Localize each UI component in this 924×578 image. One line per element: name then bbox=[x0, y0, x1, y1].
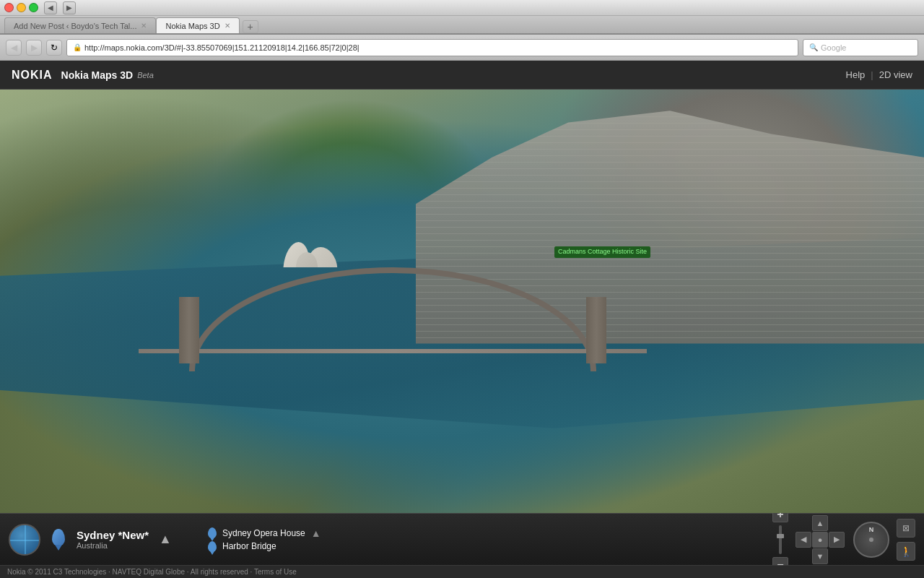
globe-line2 bbox=[25, 525, 26, 554]
browser-titlebar: ◀ ▶ bbox=[0, 0, 924, 16]
place-expand-opera: ▲ bbox=[311, 527, 321, 539]
address-lock-icon: 🔒 bbox=[73, 43, 82, 51]
location-pin bbox=[52, 529, 65, 546]
place-harbor-bridge[interactable]: Harbor Bridge bbox=[208, 541, 321, 552]
view-2d-link[interactable]: 2D view bbox=[879, 69, 912, 80]
new-tab-button[interactable]: + bbox=[243, 20, 258, 33]
nav-cell-bottomright bbox=[829, 548, 845, 564]
nav-center-button[interactable]: ● bbox=[812, 532, 828, 548]
browser-tabs: Add New Post ‹ Boydo's Tech Tal... ✕ Nok… bbox=[0, 16, 924, 35]
header-separator: | bbox=[871, 69, 873, 80]
nokia-logo: NOKIA bbox=[12, 69, 53, 82]
copyright-text: Nokia © 2011 C3 Technologies · NAVTEQ Di… bbox=[7, 568, 297, 576]
tab-boydo-label: Add New Post ‹ Boydo's Tech Tal... bbox=[14, 22, 136, 30]
tab-boydo-close[interactable]: ✕ bbox=[141, 22, 147, 30]
bridge-deck bbox=[139, 349, 647, 353]
location-country: Australia bbox=[77, 541, 149, 550]
place-name-bridge: Harbor Bridge bbox=[222, 541, 276, 551]
location-pin-icon bbox=[52, 529, 69, 551]
compass-controls: N bbox=[853, 522, 889, 558]
nokia-header-right: Help | 2D view bbox=[846, 69, 912, 80]
nav-back-arrow[interactable]: ◀ bbox=[6, 40, 22, 56]
nav-forward-arrow[interactable]: ▶ bbox=[26, 40, 42, 56]
reload-button[interactable]: ↻ bbox=[46, 40, 62, 56]
location-city: Sydney *New* bbox=[77, 529, 149, 541]
bridge-arch bbox=[189, 267, 596, 371]
back-button[interactable]: ◀ bbox=[44, 1, 57, 14]
map-viewport[interactable]: Cadmans Cottage Historic Site bbox=[0, 90, 924, 513]
place-opera-house[interactable]: Sydney Opera House ▲ bbox=[208, 527, 321, 539]
person-view-control[interactable]: 🚶 bbox=[897, 542, 915, 561]
address-bar[interactable]: 🔒 http://maps.nokia.com/3D/#|-33.8550706… bbox=[66, 39, 798, 56]
maximize-button[interactable] bbox=[29, 3, 38, 12]
nav-up-button[interactable]: ▲ bbox=[812, 515, 828, 531]
compass-center bbox=[869, 538, 873, 542]
opera-house bbox=[277, 242, 351, 267]
nokia-header: NOKIA Nokia Maps 3D Beta Help | 2D view bbox=[0, 61, 924, 90]
tab-nokia-maps-label: Nokia Maps 3D bbox=[165, 22, 219, 30]
help-link[interactable]: Help bbox=[846, 69, 866, 80]
nav-cell-topright bbox=[829, 515, 845, 531]
nav-right-button[interactable]: ▶ bbox=[829, 532, 845, 548]
tab-nokia-close[interactable]: ✕ bbox=[225, 22, 230, 30]
location-expand-icon[interactable]: ▲ bbox=[159, 532, 172, 547]
place-name-opera: Sydney Opera House bbox=[222, 528, 305, 538]
view-controls: ⊠ 🚶 bbox=[897, 519, 915, 561]
search-placeholder: Google bbox=[821, 43, 846, 52]
browser-toolbar: ◀ ▶ ↻ 🔒 http://maps.nokia.com/3D/#|-33.8… bbox=[0, 35, 924, 61]
nav-down-button[interactable]: ▼ bbox=[812, 548, 828, 564]
browser-frame: ◀ ▶ Add New Post ‹ Boydo's Tech Tal... ✕… bbox=[0, 0, 924, 578]
zoom-track bbox=[779, 525, 782, 554]
place-list: Sydney Opera House ▲ Harbor Bridge bbox=[208, 527, 321, 552]
bridge-tower-right bbox=[586, 297, 606, 363]
search-bar[interactable]: 🔍 Google bbox=[803, 39, 918, 56]
forward-button[interactable]: ▶ bbox=[63, 1, 76, 14]
compass-north-label: N bbox=[869, 526, 874, 533]
map-scene: Cadmans Cottage Historic Site bbox=[0, 90, 924, 513]
close-button[interactable] bbox=[4, 3, 14, 12]
bridge-tower-left bbox=[179, 297, 199, 363]
url-text: http://maps.nokia.com/3D/#|-33.85507069|… bbox=[84, 43, 359, 52]
zoom-controls: + − bbox=[772, 506, 788, 573]
place-pin-opera bbox=[208, 527, 217, 538]
zoom-thumb[interactable] bbox=[777, 534, 784, 538]
minimize-button[interactable] bbox=[17, 3, 26, 12]
tab-boydo[interactable]: Add New Post ‹ Boydo's Tech Tal... ✕ bbox=[4, 17, 156, 33]
nokia-app-name: Nokia Maps 3D bbox=[61, 69, 134, 81]
location-text: Sydney *New* Australia bbox=[77, 529, 149, 550]
place-pin-bridge bbox=[208, 541, 217, 552]
nav-pad: ▲ ◀ ● ▶ ▼ bbox=[796, 515, 845, 564]
nav-cell-topleft bbox=[796, 515, 811, 531]
tilt-control[interactable]: ⊠ bbox=[897, 519, 915, 538]
location-info: Sydney *New* Australia ▲ bbox=[52, 529, 196, 551]
nav-left-button[interactable]: ◀ bbox=[796, 532, 811, 548]
compass-ring[interactable]: N bbox=[853, 522, 889, 558]
app-content: NOKIA Nokia Maps 3D Beta Help | 2D view bbox=[0, 61, 924, 578]
harbor-bridge bbox=[139, 267, 647, 415]
status-bar: Nokia © 2011 C3 Technologies · NAVTEQ Di… bbox=[0, 565, 924, 578]
search-icon: 🔍 bbox=[809, 43, 818, 51]
bottom-bar: Sydney *New* Australia ▲ Sydney Opera Ho… bbox=[0, 513, 924, 565]
nav-cell-bottomleft bbox=[796, 548, 811, 564]
tab-nokia-maps[interactable]: Nokia Maps 3D ✕ bbox=[156, 17, 239, 33]
nokia-beta-label: Beta bbox=[137, 71, 154, 79]
globe-button[interactable] bbox=[9, 524, 40, 556]
